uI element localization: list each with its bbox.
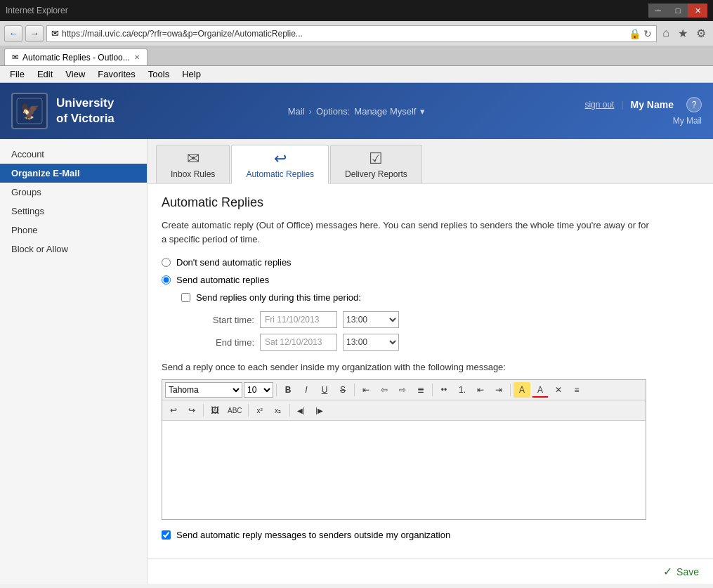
my-mail-link[interactable]: My Mail	[673, 116, 702, 126]
back-button[interactable]: ←	[4, 25, 22, 42]
underline-button[interactable]: U	[316, 382, 333, 398]
app-header: 🦅 Universityof Victoria Mail › Options: …	[0, 83, 713, 139]
tab-favicon: ✉	[12, 53, 18, 62]
mail-link[interactable]: Mail	[288, 106, 305, 117]
tab-close-icon[interactable]: ✕	[134, 53, 140, 61]
menu-bar: File Edit View Favorites Tools Help	[0, 66, 713, 83]
align-center-button[interactable]: ⇦	[376, 382, 393, 398]
rte-body[interactable]	[162, 421, 646, 519]
bold-button[interactable]: B	[280, 382, 296, 398]
minimize-button[interactable]: ─	[648, 4, 668, 18]
start-time-input[interactable]	[260, 311, 337, 328]
help-button[interactable]: ?	[686, 97, 702, 112]
highlight-button[interactable]: A	[514, 382, 530, 398]
sidebar-item-block-or-allow[interactable]: Block or Allow	[0, 240, 147, 259]
tab-automatic-replies[interactable]: ↩ Automatic Replies	[231, 145, 329, 184]
browser-tab[interactable]: ✉ Automatic Replies - Outloo... ✕	[4, 48, 148, 65]
save-button[interactable]: ✓ Save	[663, 565, 699, 578]
home-icon[interactable]: ⌂	[660, 25, 672, 41]
superscript-button[interactable]: x²	[251, 403, 268, 418]
radio-send-label[interactable]: Send automatic replies	[162, 275, 699, 285]
increase-indent-button[interactable]: ⇥	[490, 382, 507, 398]
insert-image-button[interactable]: 🖼	[207, 403, 223, 418]
toolbar-separator-4	[510, 384, 511, 396]
delivery-reports-icon: ☑	[369, 150, 383, 168]
end-time-hour-select[interactable]: 13:00	[343, 334, 399, 351]
save-label: Save	[676, 566, 699, 577]
tab-delivery-reports[interactable]: ☑ Delivery Reports	[330, 145, 422, 183]
redo-button[interactable]: ↪	[183, 403, 200, 418]
radio-send[interactable]	[162, 275, 171, 285]
sidebar-item-phone[interactable]: Phone	[0, 221, 147, 240]
bullets-button[interactable]: ••	[436, 382, 452, 398]
footer-bar: ✓ Save	[148, 558, 713, 584]
manage-label[interactable]: Manage Myself	[354, 106, 416, 117]
radio-dont-send-label[interactable]: Don't send automatic replies	[162, 257, 699, 268]
align-right-button[interactable]: ⇨	[394, 382, 411, 398]
time-period-text: Send replies only during this time perio…	[196, 292, 361, 303]
font-family-select[interactable]: Tahoma	[165, 382, 242, 398]
sidebar-item-organize-email[interactable]: Organize E-Mail	[0, 164, 147, 183]
browser-title: Internet Explorer	[6, 6, 68, 15]
subscript-button[interactable]: x₂	[270, 403, 287, 418]
breadcrumb: Mail › Options: Manage Myself ▾	[288, 106, 426, 117]
save-check-icon: ✓	[663, 565, 672, 578]
numbered-button[interactable]: 1.	[454, 382, 471, 398]
sidebar-item-settings[interactable]: Settings	[0, 202, 147, 221]
undo-button[interactable]: ↩	[165, 403, 182, 418]
ltr-button[interactable]: ◀|	[293, 403, 310, 418]
menu-tools[interactable]: Tools	[143, 67, 175, 81]
radio-dont-send[interactable]	[162, 258, 171, 267]
menu-edit[interactable]: Edit	[32, 67, 58, 81]
spell-check-button[interactable]: ABC	[225, 403, 245, 418]
tab-automatic-replies-label: Automatic Replies	[246, 169, 314, 179]
radio-dont-send-text: Don't send automatic replies	[176, 257, 292, 268]
dropdown-icon[interactable]: ▾	[420, 106, 425, 117]
sign-out-link[interactable]: sign out	[584, 100, 614, 110]
tab-inbox-rules[interactable]: ✉ Inbox Rules	[156, 145, 230, 183]
align-justify-button[interactable]: ≣	[412, 382, 429, 398]
content-inner: Automatic Replies Create automatic reply…	[148, 184, 713, 558]
app-tabs: ✉ Inbox Rules ↩ Automatic Replies ☑ Deli…	[148, 139, 713, 184]
start-time-label: Start time:	[198, 315, 254, 325]
forward-button[interactable]: →	[25, 25, 44, 42]
format-options-button[interactable]: ≡	[568, 382, 585, 398]
automatic-replies-icon: ↩	[274, 150, 287, 168]
university-name: Universityof Victoria	[56, 96, 115, 126]
outside-org-checkbox[interactable]	[162, 530, 171, 540]
font-color-button[interactable]: A	[532, 382, 549, 398]
start-time-hour-select[interactable]: 13:00	[343, 311, 399, 328]
outside-org-label[interactable]: Send automatic reply messages to senders…	[162, 530, 699, 540]
address-bar[interactable]: ✉ https://mail.uvic.ca/ecp/?rfr=owa&p=Or…	[46, 25, 657, 42]
font-size-select[interactable]: 10	[244, 382, 273, 398]
rte-toolbar: Tahoma 10 B I U S ⇤ ⇦ ⇨ ≣	[162, 380, 646, 400]
close-button[interactable]: ✕	[688, 4, 707, 18]
page-title: Automatic Replies	[162, 195, 699, 210]
end-time-label: End time:	[198, 337, 254, 348]
align-left-button[interactable]: ⇤	[358, 382, 374, 398]
rtl-button[interactable]: |▶	[311, 403, 328, 418]
sidebar-item-account[interactable]: Account	[0, 145, 147, 164]
reply-label: Send a reply once to each sender inside …	[162, 362, 699, 372]
menu-help[interactable]: Help	[176, 67, 207, 81]
time-period-checkbox[interactable]	[181, 293, 190, 302]
end-time-input[interactable]	[260, 334, 337, 351]
window-controls: ─ □ ✕	[648, 4, 707, 18]
decrease-indent-button[interactable]: ⇤	[472, 382, 489, 398]
menu-file[interactable]: File	[4, 67, 30, 81]
toolbar-separator-6	[248, 404, 249, 417]
menu-favorites[interactable]: Favorites	[92, 67, 140, 81]
menu-view[interactable]: View	[60, 67, 91, 81]
italic-button[interactable]: I	[298, 382, 315, 398]
maximize-button[interactable]: □	[668, 4, 688, 18]
start-time-row: Start time: 13:00	[198, 311, 699, 328]
sidebar-item-groups[interactable]: Groups	[0, 183, 147, 202]
settings-icon[interactable]: ⚙	[693, 25, 709, 41]
strikethrough-button[interactable]: S	[334, 382, 351, 398]
main-content: ✉ Inbox Rules ↩ Automatic Replies ☑ Deli…	[148, 139, 713, 584]
time-period-label[interactable]: Send replies only during this time perio…	[181, 292, 699, 303]
university-logo: 🦅	[11, 93, 48, 129]
clear-format-button[interactable]: ✕	[550, 382, 567, 398]
favorites-icon[interactable]: ★	[675, 25, 691, 41]
tab-inbox-rules-label: Inbox Rules	[171, 169, 215, 179]
